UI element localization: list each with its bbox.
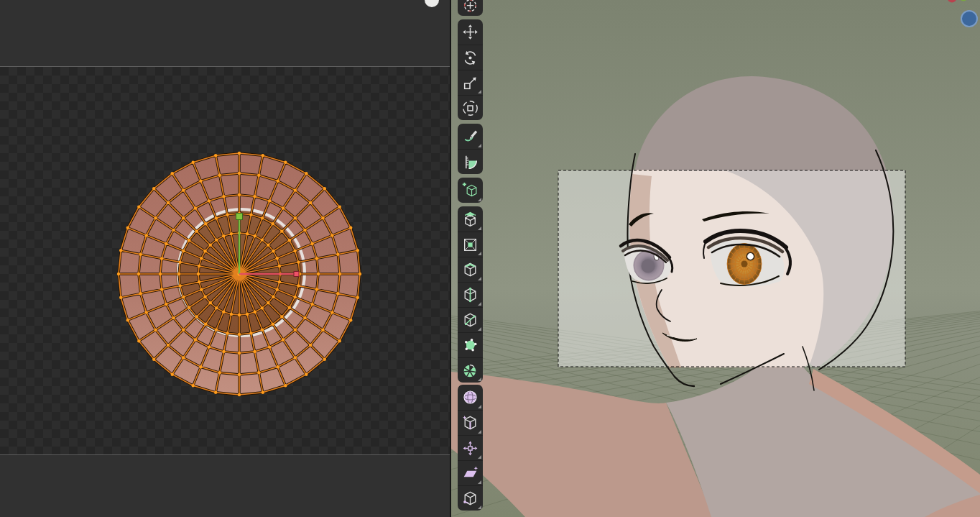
toolbar-group [458, 206, 483, 383]
tool-loop-cut-button[interactable] [458, 282, 483, 307]
rip-region-icon [461, 490, 479, 508]
annotate-icon [461, 127, 479, 145]
subtool-indicator [478, 405, 481, 408]
subtool-indicator [478, 252, 481, 255]
tool-edge-slide-button[interactable] [458, 410, 483, 435]
right-pupil [741, 261, 748, 267]
gizmo-x-handle[interactable] [294, 272, 299, 277]
smooth-icon [461, 388, 479, 406]
bevel-icon [461, 261, 479, 279]
subtool-indicator [478, 378, 481, 381]
subtool-indicator [478, 144, 481, 147]
subtool-indicator [478, 198, 481, 201]
extrude-region-icon [461, 210, 479, 228]
nav-axis-z-ball[interactable] [961, 11, 977, 27]
subtool-indicator [478, 480, 481, 484]
blender-window [0, 0, 980, 517]
subtool-indicator [478, 327, 481, 331]
toolbar-group [458, 19, 483, 120]
tool-extrude-region-button[interactable] [458, 206, 483, 232]
toolbar-group [458, 124, 483, 174]
transform-icon [461, 99, 479, 117]
tool-cursor-button[interactable] [458, 0, 483, 16]
uv-image-editor[interactable] [0, 0, 451, 517]
tool-inset-faces-button[interactable] [458, 232, 483, 257]
tool-annotate-button[interactable] [458, 124, 483, 149]
subtool-indicator [478, 455, 481, 459]
rotate-icon [461, 49, 479, 67]
toolbar-group [458, 178, 483, 203]
subtool-indicator [478, 277, 481, 280]
add-cube-icon [461, 181, 479, 199]
tool-rip-region-button[interactable] [458, 485, 483, 511]
tool-scale-button[interactable] [458, 70, 483, 95]
tool-move-button[interactable] [458, 19, 483, 45]
shrink-fatten-icon [461, 439, 479, 457]
right-eye-highlight [746, 252, 754, 260]
scale-icon [461, 74, 479, 92]
toolbar-group [458, 0, 483, 16]
tool-bevel-button[interactable] [458, 257, 483, 282]
tool-spin-button[interactable] [458, 357, 483, 383]
viewport-3d[interactable] [451, 0, 980, 517]
left-pupil [642, 260, 655, 273]
tool-transform-button[interactable] [458, 95, 483, 120]
tool-knife-button[interactable] [458, 307, 483, 332]
uv-mesh-canvas[interactable] [0, 0, 451, 517]
subtool-indicator [478, 227, 481, 230]
subtool-indicator [478, 505, 481, 509]
edge-slide-icon [461, 414, 479, 432]
tool-measure-button[interactable] [458, 149, 483, 174]
knife-icon [461, 311, 479, 329]
tool-poly-build-button[interactable] [458, 332, 483, 357]
measure-icon [461, 153, 479, 171]
subtool-indicator [478, 302, 481, 306]
tool-shear-button[interactable] [458, 460, 483, 485]
shear-icon [461, 465, 479, 482]
tool-shrink-fatten-button[interactable] [458, 435, 483, 460]
loop-cut-icon [461, 286, 479, 304]
viewport-scene[interactable] [451, 0, 980, 517]
spin-icon [461, 362, 479, 380]
tool-rotate-button[interactable] [458, 45, 483, 70]
subtool-indicator [478, 90, 481, 93]
cursor-icon [461, 0, 479, 12]
tool-smooth-button[interactable] [458, 385, 483, 410]
poly-build-icon [461, 337, 479, 354]
inset-faces-icon [461, 236, 479, 254]
subtool-indicator [478, 430, 481, 434]
tool-add-cube-button[interactable] [458, 178, 483, 203]
move-icon [461, 23, 479, 41]
toolbar-group [458, 385, 483, 511]
gizmo-y-handle[interactable] [236, 214, 243, 220]
